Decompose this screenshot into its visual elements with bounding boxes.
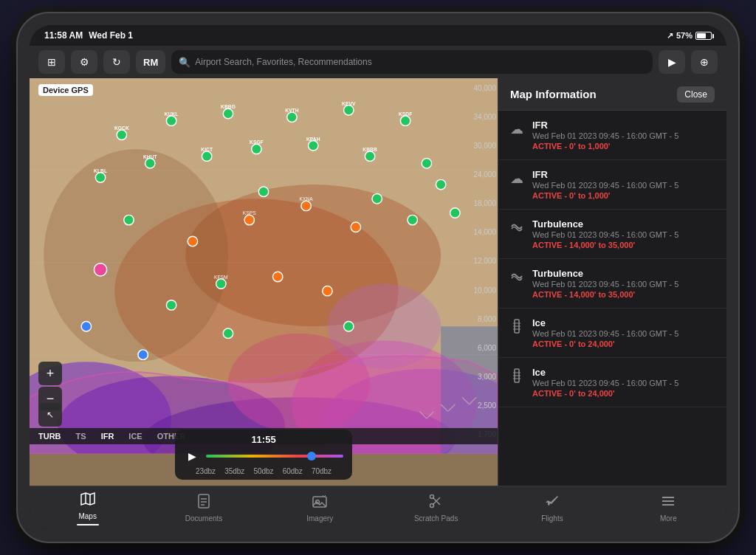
status-left: 11:58 AM Wed Feb 1 <box>44 30 133 41</box>
cloud-icon-2: ☁ <box>510 170 523 187</box>
svg-point-28 <box>244 215 254 224</box>
svg-text:KLBL: KLBL <box>94 168 107 173</box>
altitude-labels: 40,000 34,000 30,000 24,000 18,000 14,00… <box>470 78 498 444</box>
wx-turb[interactable]: TURB <box>38 432 61 441</box>
panel-item-2[interactable]: ☁ IFR Wed Feb 01 2023 09:45 - 16:00 GMT … <box>498 160 726 210</box>
panel-item-6[interactable]: Ice Wed Feb 01 2023 09:45 - 16:00 GMT - … <box>498 358 726 407</box>
item-status-6: ACTIVE - 0' to 24,000' <box>532 389 715 398</box>
svg-point-21 <box>95 173 105 182</box>
svg-point-15 <box>117 130 126 139</box>
zoom-controls: + − <box>38 362 62 412</box>
panel-item-5[interactable]: Ice Wed Feb 01 2023 09:45 - 16:00 GMT - … <box>498 308 726 358</box>
imagery-tab-icon <box>312 494 327 512</box>
svg-text:KHUT: KHUT <box>143 154 158 159</box>
turb-icon-2 <box>510 269 523 286</box>
status-right: ↗ 57% <box>667 31 712 41</box>
play-button[interactable]: ▶ <box>184 448 200 464</box>
refresh-icon: ↻ <box>112 56 121 68</box>
svg-point-36 <box>124 215 134 224</box>
layers-icon: ⊞ <box>47 56 56 68</box>
video-button[interactable]: ▶ <box>659 50 685 74</box>
screen: 11:58 AM Wed Feb 1 ↗ 57% ⊞ ⚙ ↻ RM <box>30 25 726 530</box>
item-type-4: Turbulence <box>532 268 715 279</box>
svg-point-73 <box>430 495 433 499</box>
tab-maps-label: Maps <box>78 512 96 520</box>
panel-item-3[interactable]: Turbulence Wed Feb 01 2023 09:45 - 16:00… <box>498 210 726 259</box>
tab-maps[interactable]: Maps <box>30 486 145 530</box>
playback-time: 11:55 <box>251 434 275 445</box>
svg-text:KPAH: KPAH <box>306 137 320 142</box>
wx-ifr[interactable]: IFR <box>101 432 114 441</box>
svg-point-9 <box>44 149 228 362</box>
item-status-3: ACTIVE - 14,000' to 35,000' <box>532 241 715 249</box>
playback-controls: ▶ <box>184 448 343 464</box>
panel-items: ☁ IFR Wed Feb 01 2023 09:45 - 16:00 GMT … <box>498 111 726 486</box>
item-type-5: Ice <box>532 317 715 328</box>
status-bar: 11:58 AM Wed Feb 1 ↗ 57% <box>30 25 726 46</box>
refresh-button[interactable]: ↻ <box>103 50 130 74</box>
svg-point-22 <box>145 159 155 168</box>
svg-text:KGCK: KGCK <box>114 125 129 131</box>
svg-text:KUKL: KUKL <box>165 111 179 117</box>
svg-point-41 <box>436 179 445 189</box>
dbz-labels: 23dbz 35dbz 50dbz 60dbz 70dbz <box>196 467 331 475</box>
status-time: 11:58 AM <box>44 30 83 41</box>
svg-point-26 <box>365 151 374 161</box>
svg-rect-70 <box>199 494 209 508</box>
wx-ice[interactable]: ICE <box>128 432 142 441</box>
zoom-in-button[interactable]: + <box>38 362 62 385</box>
svg-point-35 <box>81 321 91 331</box>
item-type-2: IFR <box>532 169 715 180</box>
item-date-3: Wed Feb 01 2023 09:45 - 16:00 GMT - 5 <box>532 230 715 239</box>
svg-point-38 <box>223 328 233 338</box>
svg-point-37 <box>166 300 176 310</box>
tab-scratch-pads[interactable]: Scratch Pads <box>378 486 494 530</box>
svg-point-40 <box>408 215 417 224</box>
tab-flights[interactable]: Flights <box>494 486 610 530</box>
tab-maps-indicator <box>77 524 99 525</box>
video-icon: ▶ <box>668 56 676 68</box>
search-icon: 🔍 <box>179 57 190 68</box>
layers-button[interactable]: ⊞ <box>38 50 65 74</box>
map-area[interactable]: KGCK KUKL KBBG KVTH KEVV KSDF KLBL KHUT … <box>30 78 498 486</box>
status-date: Wed Feb 1 <box>89 30 133 41</box>
svg-point-18 <box>287 112 297 122</box>
tab-documents-label: Documents <box>185 514 223 523</box>
compass-button[interactable]: ⊕ <box>691 50 718 74</box>
close-button[interactable]: Close <box>677 86 715 103</box>
tab-more[interactable]: More <box>611 486 726 530</box>
tab-imagery[interactable]: Imagery <box>262 486 378 530</box>
tab-bar: Maps Documents <box>30 486 726 530</box>
main-content: KGCK KUKL KBBG KVTH KEVV KSDF KLBL KHUT … <box>30 78 726 486</box>
svg-text:KSPS: KSPS <box>243 210 256 216</box>
item-content-5: Ice Wed Feb 01 2023 09:45 - 16:00 GMT - … <box>532 317 715 348</box>
panel-item-4[interactable]: Turbulence Wed Feb 01 2023 09:45 - 16:00… <box>498 259 726 308</box>
wx-ts[interactable]: TS <box>76 432 86 441</box>
item-content-2: IFR Wed Feb 01 2023 09:45 - 16:00 GMT - … <box>532 169 715 200</box>
search-bar[interactable]: 🔍 Airport Search, Favorites, Recommendat… <box>171 50 653 74</box>
playback-track[interactable] <box>206 455 343 458</box>
svg-point-39 <box>372 194 382 204</box>
svg-point-45 <box>344 321 354 331</box>
tab-more-label: More <box>660 514 677 523</box>
svg-point-19 <box>344 106 354 115</box>
item-content-4: Turbulence Wed Feb 01 2023 09:45 - 16:00… <box>532 268 715 299</box>
svg-point-32 <box>272 272 282 281</box>
zoom-out-button[interactable]: − <box>38 387 62 410</box>
playback-bar: 11:55 ▶ 23dbz 35dbz 50dbz 60dbz 70dbz <box>175 430 352 480</box>
map-svg: KGCK KUKL KBBG KVTH KEVV KSDF KLBL KHUT … <box>30 78 498 454</box>
ice-icon-2 <box>510 368 523 387</box>
tab-documents[interactable]: Documents <box>145 486 261 530</box>
item-status-2: ACTIVE - 0' to 1,000' <box>532 191 715 200</box>
svg-point-31 <box>188 236 197 246</box>
panel-item-1[interactable]: ☁ IFR Wed Feb 01 2023 09:45 - 16:00 GMT … <box>498 111 726 160</box>
item-type-6: Ice <box>532 367 715 378</box>
svg-point-24 <box>252 144 261 154</box>
item-content-1: IFR Wed Feb 01 2023 09:45 - 16:00 GMT - … <box>532 120 715 151</box>
svg-text:KBBG: KBBG <box>221 104 236 109</box>
settings-button[interactable]: ⚙ <box>71 50 97 74</box>
map-tab-icon <box>80 492 95 510</box>
svg-text:KFSM: KFSM <box>214 275 228 280</box>
signal-icon: ↗ <box>667 31 673 41</box>
item-type-1: IFR <box>532 120 715 131</box>
